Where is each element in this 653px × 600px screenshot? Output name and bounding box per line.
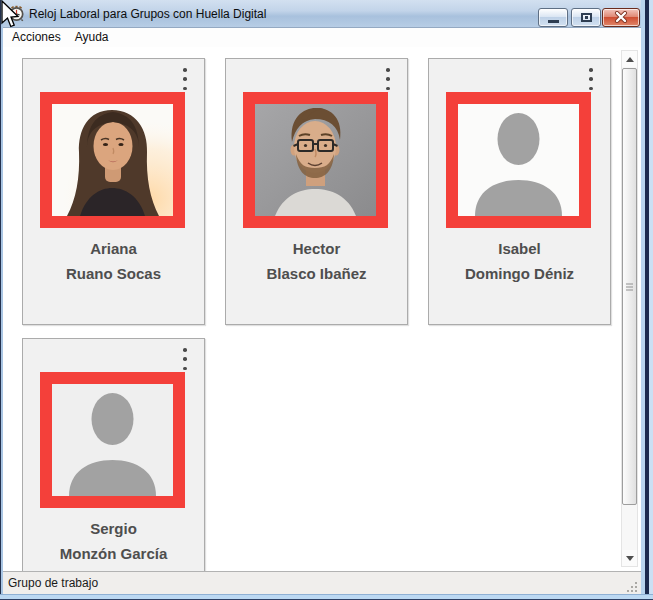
window-border-left <box>0 0 3 594</box>
scroll-down-button[interactable] <box>622 550 637 566</box>
vertical-scrollbar[interactable] <box>621 50 638 567</box>
scrollbar-thumb[interactable] <box>622 68 637 505</box>
person-card-hector[interactable]: Hector Blasco Ibañez <box>225 58 408 325</box>
thumb-grip-icon <box>626 283 633 290</box>
person-card-ariana[interactable]: Ariana Ruano Socas <box>22 58 205 325</box>
window-border-right <box>641 0 653 594</box>
menu-bar: Acciones Ayuda <box>3 28 641 47</box>
menu-item-ayuda[interactable]: Ayuda <box>68 28 116 47</box>
window-border-bottom <box>0 594 653 600</box>
person-placeholder-icon <box>458 104 579 216</box>
close-button[interactable] <box>602 8 640 27</box>
window-title: Reloj Laboral para Grupos con Huella Dig… <box>29 0 266 28</box>
person-name: Hector Blasco Ibañez <box>226 236 407 286</box>
card-menu-button[interactable] <box>383 68 393 90</box>
person-name: Ariana Ruano Socas <box>23 236 204 286</box>
card-menu-button[interactable] <box>586 68 596 90</box>
close-icon <box>614 9 628 27</box>
person-photo <box>255 104 376 216</box>
person-card-isabel[interactable]: Isabel Domingo Déniz <box>428 58 611 325</box>
person-first-name: Sergio <box>23 516 204 541</box>
status-text: Grupo de trabajo <box>8 576 98 590</box>
minimize-icon <box>548 20 559 23</box>
app-window: Reloj Laboral para Grupos con Huella Dig… <box>0 0 653 600</box>
resize-grip-icon[interactable] <box>626 579 639 592</box>
person-last-name: Blasco Ibañez <box>226 261 407 286</box>
maximize-button[interactable] <box>571 8 601 27</box>
person-name: Isabel Domingo Déniz <box>429 236 610 286</box>
scroll-up-button[interactable] <box>622 51 637 67</box>
content-area: Ariana Ruano Socas <box>3 47 641 571</box>
person-last-name: Domingo Déniz <box>429 261 610 286</box>
maximize-icon <box>581 13 592 22</box>
status-bar: Grupo de trabajo <box>3 571 641 594</box>
alarm-clock-icon <box>8 5 25 22</box>
person-card-sergio[interactable]: Sergio Monzón García <box>22 338 205 571</box>
person-first-name: Ariana <box>23 236 204 261</box>
card-menu-button[interactable] <box>180 68 190 90</box>
photo-frame <box>40 372 185 508</box>
photo-frame <box>446 92 591 228</box>
person-last-name: Ruano Socas <box>23 261 204 286</box>
photo-frame <box>243 92 388 228</box>
person-last-name: Monzón García <box>23 541 204 566</box>
minimize-button[interactable] <box>538 8 568 27</box>
menu-item-acciones[interactable]: Acciones <box>5 28 68 47</box>
triangle-down-icon <box>626 556 634 561</box>
person-first-name: Hector <box>226 236 407 261</box>
person-photo <box>52 104 173 216</box>
person-placeholder-icon <box>52 384 173 496</box>
card-menu-button[interactable] <box>180 348 190 370</box>
person-name: Sergio Monzón García <box>23 516 204 566</box>
person-first-name: Isabel <box>429 236 610 261</box>
photo-frame <box>40 92 185 228</box>
triangle-up-icon <box>626 57 634 62</box>
